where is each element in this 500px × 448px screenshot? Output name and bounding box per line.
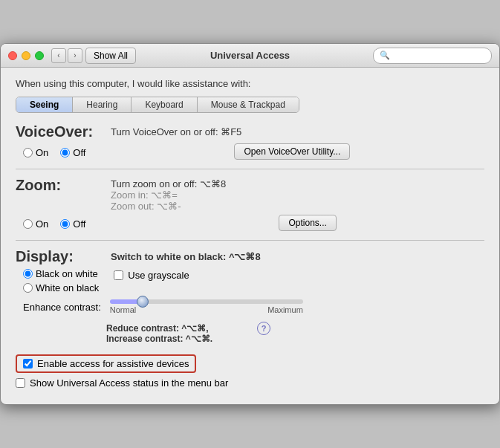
voiceover-off-text: Off <box>73 147 85 158</box>
voiceover-radio-group: On Off <box>23 147 85 158</box>
reduce-contrast-text: Reduce contrast: ^⌥⌘, <box>106 323 212 334</box>
search-box[interactable]: 🔍 <box>373 48 492 64</box>
divider-2 <box>16 240 484 241</box>
tab-seeing[interactable]: Seeing <box>16 97 73 112</box>
contrast-label: Enhance contrast: <box>23 302 101 313</box>
show-all-button[interactable]: Show All <box>85 48 136 64</box>
grayscale-label: Use grayscale <box>128 270 189 281</box>
zoom-on-radio[interactable] <box>23 219 33 229</box>
white-on-black-radio[interactable] <box>23 283 33 293</box>
voiceover-section: VoiceOver: Turn VoiceOver on or off: ⌘F5… <box>16 123 484 160</box>
maximize-button[interactable] <box>35 51 44 60</box>
zoom-off-radio[interactable] <box>60 219 70 229</box>
voiceover-header: VoiceOver: Turn VoiceOver on or off: ⌘F5 <box>16 123 484 140</box>
grayscale-checkbox[interactable] <box>114 270 123 280</box>
zoom-radio-group: On Off <box>23 218 85 230</box>
traffic-lights <box>8 51 44 60</box>
display-options: Black on white White on black Use graysc… <box>23 268 484 293</box>
zoom-section: Zoom: Turn zoom on or off: ⌥⌘8 Zoom in: … <box>16 177 484 231</box>
contrast-slider[interactable] <box>110 299 303 304</box>
black-on-white-label[interactable]: Black on white <box>23 268 99 279</box>
voiceover-on-radio[interactable] <box>23 148 33 158</box>
show-status-checkbox[interactable] <box>16 378 25 388</box>
voiceover-off-label[interactable]: Off <box>60 147 85 158</box>
increase-contrast-text: Increase contrast: ^⌥⌘. <box>106 334 212 344</box>
slider-min-label: Normal <box>110 305 136 314</box>
close-button[interactable] <box>8 51 17 60</box>
display-description: Switch to white on black: ^⌥⌘8 <box>111 248 261 262</box>
zoom-off-label[interactable]: Off <box>60 218 85 230</box>
voiceover-on-label[interactable]: On <box>23 147 48 158</box>
white-on-black-label[interactable]: White on black <box>23 282 99 293</box>
display-radio-column: Black on white White on black <box>23 268 99 293</box>
show-status-label: Show Universal Access status in the menu… <box>30 377 228 389</box>
tab-hearing[interactable]: Hearing <box>73 97 132 112</box>
nav-back-button[interactable]: ‹ <box>51 48 66 63</box>
voiceover-title: VoiceOver: <box>16 123 105 140</box>
contrast-row: Enhance contrast: Normal Maximum Reduce … <box>23 299 484 344</box>
zoom-title: Zoom: <box>16 177 105 194</box>
bottom-checkboxes: Enable access for assistive devices Show… <box>16 354 484 389</box>
white-on-black-text: White on black <box>36 282 99 293</box>
zoom-out-description: Zoom out: ⌥⌘- <box>111 201 226 212</box>
assistive-devices-row: Enable access for assistive devices <box>16 354 484 373</box>
voiceover-on-text: On <box>36 147 48 158</box>
minimize-button[interactable] <box>22 51 30 60</box>
zoom-on-text: On <box>36 218 48 230</box>
zoom-controls: On Off Options... <box>16 215 484 231</box>
help-icon[interactable]: ? <box>257 322 270 335</box>
assistive-devices-box: Enable access for assistive devices <box>16 354 196 373</box>
black-on-white-text: Black on white <box>36 268 98 279</box>
window-title: Universal Access <box>210 50 290 61</box>
nav-forward-button[interactable]: › <box>68 48 82 63</box>
tab-mouse[interactable]: Mouse & Trackpad <box>198 97 299 112</box>
black-on-white-radio[interactable] <box>23 269 33 279</box>
zoom-in-description: Zoom in: ⌥⌘= <box>111 189 226 201</box>
tab-keyboard[interactable]: Keyboard <box>132 97 197 112</box>
slider-max-label: Maximum <box>267 305 303 314</box>
voiceover-utility-button[interactable]: Open VoiceOver Utility... <box>234 143 350 160</box>
grayscale-row: Use grayscale <box>114 270 189 281</box>
zoom-options-button[interactable]: Options... <box>279 215 336 231</box>
zoom-description: Turn zoom on or off: ⌥⌘8 <box>111 178 226 189</box>
display-section: Display: Switch to white on black: ^⌥⌘8 … <box>16 248 484 344</box>
nav-buttons: ‹ › <box>51 48 82 63</box>
zoom-on-label[interactable]: On <box>23 218 48 230</box>
voiceover-controls: On Off Open VoiceOver Utility... <box>16 143 484 160</box>
zoom-header: Zoom: Turn zoom on or off: ⌥⌘8 Zoom in: … <box>16 177 484 212</box>
voiceover-description: Turn VoiceOver on or off: ⌘F5 <box>111 123 241 137</box>
zoom-off-text: Off <box>73 218 85 230</box>
assistance-label: When using this computer, I would like a… <box>16 78 484 89</box>
assistive-devices-label: Enable access for assistive devices <box>37 358 189 369</box>
contrast-info: Reduce contrast: ^⌥⌘, Increase contrast:… <box>106 323 212 344</box>
search-icon: 🔍 <box>380 51 390 60</box>
assistive-devices-checkbox[interactable] <box>23 359 33 369</box>
display-title: Display: <box>16 248 105 265</box>
display-header: Display: Switch to white on black: ^⌥⌘8 <box>16 248 484 265</box>
titlebar: ‹ › Show All Universal Access 🔍 <box>1 44 499 68</box>
search-input[interactable] <box>393 51 485 61</box>
tab-bar: Seeing Hearing Keyboard Mouse & Trackpad <box>16 97 299 113</box>
divider-1 <box>16 169 484 169</box>
contrast-slider-container: Normal Maximum <box>104 299 484 314</box>
voiceover-off-radio[interactable] <box>60 148 70 158</box>
show-status-row: Show Universal Access status in the menu… <box>16 377 484 389</box>
universal-access-window: ‹ › Show All Universal Access 🔍 When usi… <box>0 43 500 405</box>
main-content: When using this computer, I would like a… <box>1 68 499 404</box>
